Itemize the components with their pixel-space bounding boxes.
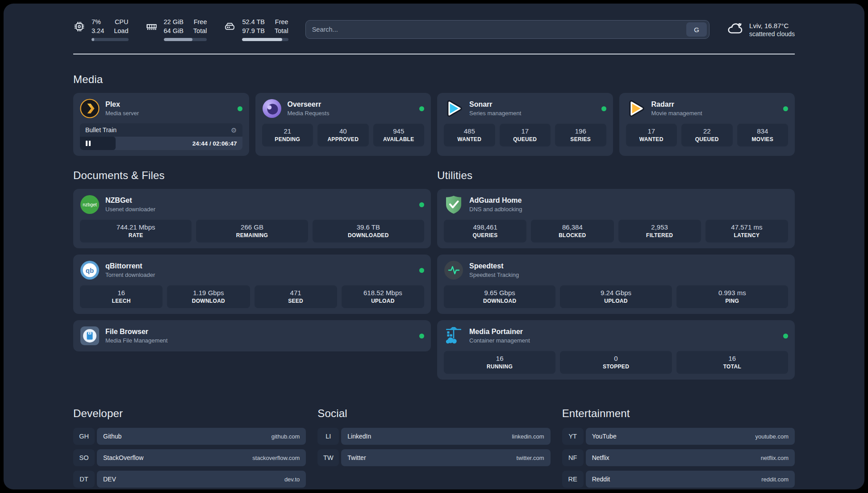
- link-name: Reddit: [592, 476, 610, 483]
- app-card-adguard[interactable]: AdGuard Home DNS and adblocking 498,461 …: [437, 189, 795, 248]
- app-name: Sonarr: [469, 100, 521, 109]
- app-desc: Media server: [105, 110, 139, 117]
- plex-now-playing: Bullet Train ⚙ 24:44 / 02:06:47: [80, 123, 242, 150]
- stat-available: 945 AVAILABLE: [373, 124, 425, 146]
- status-dot: [419, 334, 424, 338]
- app-desc: Speedtest Tracking: [469, 272, 519, 278]
- disk-stat: 52.4 TB97.9 TB FreeTotal: [224, 18, 288, 41]
- section-title-documents: Documents & Files: [73, 169, 431, 182]
- disk-labels: FreeTotal: [275, 18, 288, 35]
- weather-widget: Lviv, 16.87°C scattered clouds: [726, 20, 795, 39]
- sonarr-icon: [444, 99, 463, 118]
- svg-text:qb: qb: [86, 267, 94, 274]
- app-desc: Movie management: [651, 110, 702, 117]
- stat-download: 9.65 Gbps DOWNLOAD: [444, 285, 555, 308]
- app-card-overseerr[interactable]: Overseerr Media Requests 21 PENDING 40 A…: [255, 93, 431, 156]
- link-tag: NF: [562, 449, 584, 466]
- status-dot: [783, 106, 788, 111]
- stat-latency: 47.571 ms LATENCY: [705, 220, 788, 242]
- link-url: netflix.com: [761, 455, 789, 461]
- link-url: linkedin.com: [512, 433, 544, 440]
- link-name: Netflix: [592, 454, 609, 461]
- section-entertainment: Entertainment YT YouTube youtube.com NF …: [562, 407, 795, 489]
- link-name: Twitter: [347, 454, 366, 461]
- link-dev[interactable]: DT DEV dev.to: [73, 471, 306, 488]
- app-name: NZBGet: [105, 196, 155, 205]
- link-url: reddit.com: [761, 476, 789, 483]
- link-github[interactable]: GH Github github.com: [73, 428, 306, 445]
- app-card-qbittorrent[interactable]: qb qBittorrent Torrent downloader: [73, 255, 431, 314]
- stat-series: 196 SERIES: [555, 124, 606, 146]
- memory-icon: [146, 18, 158, 34]
- memory-stat: 22 GiB64 GiB FreeTotal: [146, 18, 207, 41]
- stat-total: 16 TOTAL: [676, 351, 788, 374]
- search-input[interactable]: [312, 26, 686, 33]
- link-tag: YT: [562, 428, 584, 445]
- stat-queued: 22 QUEUED: [681, 124, 733, 146]
- cpu-stat: 7%3.24 CPULoad: [73, 18, 129, 41]
- radarr-icon: [626, 99, 646, 118]
- app-name: Radarr: [651, 100, 702, 109]
- playback-time: 24:44 / 02:06:47: [192, 140, 237, 147]
- svg-text:nzbget: nzbget: [83, 202, 97, 207]
- section-developer: Developer GH Github github.com SO StackO…: [73, 407, 306, 489]
- link-youtube[interactable]: YT YouTube youtube.com: [562, 428, 795, 445]
- disk-icon: [224, 18, 236, 34]
- cpu-labels: CPULoad: [114, 18, 128, 35]
- stat-pending: 21 PENDING: [262, 124, 313, 146]
- stat-upload: 618.52 Mbps UPLOAD: [342, 285, 424, 308]
- section-title-media: Media: [73, 73, 795, 86]
- pause-button[interactable]: [86, 141, 91, 146]
- filebrowser-icon: [80, 326, 100, 346]
- link-tag: RE: [562, 471, 584, 488]
- link-tag: LI: [317, 428, 339, 445]
- search-engine-button[interactable]: G: [686, 22, 707, 37]
- disk-values: 52.4 TB97.9 TB: [242, 18, 265, 35]
- app-desc: DNS and adblocking: [469, 206, 522, 213]
- gear-icon[interactable]: ⚙: [231, 127, 237, 134]
- app-card-portainer[interactable]: Media Portainer Container management 16 …: [437, 320, 795, 380]
- status-dot: [419, 268, 424, 273]
- stat-blocked: 86,384 BLOCKED: [531, 220, 613, 242]
- nzbget-icon: nzbget: [80, 195, 100, 214]
- link-stackoverflow[interactable]: SO StackOverflow stackoverflow.com: [73, 449, 306, 466]
- memory-labels: FreeTotal: [193, 18, 207, 35]
- memory-progressbar: [164, 38, 207, 41]
- section-title-social: Social: [317, 407, 550, 420]
- app-name: Speedtest: [469, 262, 519, 270]
- app-desc: Torrent downloader: [105, 272, 155, 278]
- app-desc: Series management: [469, 110, 521, 117]
- link-linkedin[interactable]: LI LinkedIn linkedin.com: [317, 428, 550, 445]
- app-card-nzbget[interactable]: nzbget NZBGet Usenet downloader 74: [73, 189, 431, 248]
- playback-progressbar[interactable]: 24:44 / 02:06:47: [80, 137, 242, 150]
- app-name: Overseerr: [288, 100, 330, 109]
- status-dot: [419, 106, 424, 111]
- app-card-speedtest[interactable]: Speedtest Speedtest Tracking 9.65 Gbps D…: [437, 255, 795, 314]
- link-url: dev.to: [284, 476, 300, 483]
- link-reddit[interactable]: RE Reddit reddit.com: [562, 471, 795, 488]
- status-dot: [601, 106, 606, 111]
- app-card-plex[interactable]: Plex Media server Bullet Train ⚙ 24:44: [73, 93, 249, 156]
- link-name: Github: [103, 433, 121, 440]
- link-tag: GH: [73, 428, 95, 445]
- weather-location: Lviv, 16.87°C: [749, 22, 795, 29]
- stat-wanted: 485 WANTED: [444, 124, 495, 146]
- cpu-icon: [73, 18, 85, 34]
- media-cards: Plex Media server Bullet Train ⚙ 24:44: [73, 93, 795, 156]
- app-card-radarr[interactable]: Radarr Movie management 17 WANTED 22 QUE…: [619, 93, 795, 156]
- link-url: youtube.com: [755, 433, 789, 440]
- link-twitter[interactable]: TW Twitter twitter.com: [317, 449, 550, 466]
- status-dot: [419, 202, 424, 207]
- weather-condition: scattered clouds: [749, 30, 795, 38]
- app-card-filebrowser[interactable]: File Browser Media File Management: [73, 320, 431, 351]
- app-name: File Browser: [105, 328, 167, 336]
- now-playing-title: Bullet Train: [85, 126, 117, 134]
- portainer-icon: [444, 326, 463, 346]
- qbittorrent-icon: qb: [80, 260, 100, 280]
- app-card-sonarr[interactable]: Sonarr Series management 485 WANTED 17 Q…: [437, 93, 613, 156]
- link-netflix[interactable]: NF Netflix netflix.com: [562, 449, 795, 466]
- cpu-values: 7%3.24: [92, 18, 104, 35]
- search-bar: G: [305, 20, 709, 39]
- stat-wanted: 17 WANTED: [626, 124, 677, 146]
- app-desc: Container management: [469, 337, 530, 344]
